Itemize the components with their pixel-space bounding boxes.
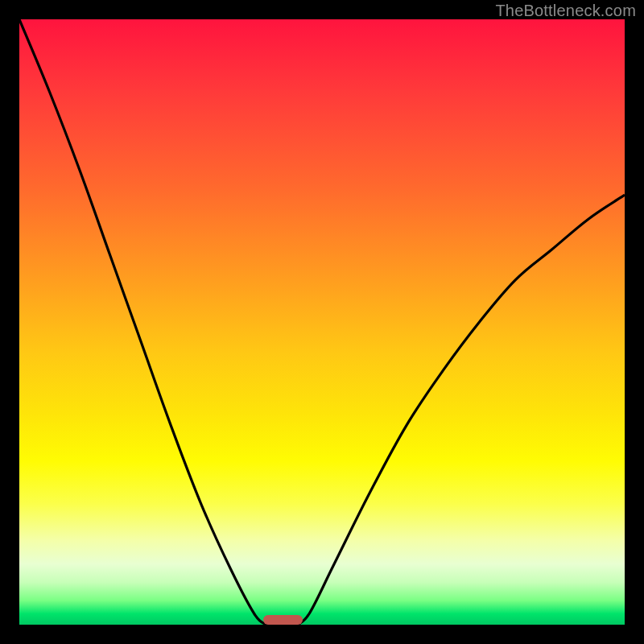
right-curve: [298, 195, 625, 625]
left-curve: [19, 19, 267, 625]
watermark-text: TheBottleneck.com: [495, 2, 636, 20]
curve-layer: [19, 19, 625, 625]
plot-area: [19, 19, 625, 625]
chart-frame: TheBottleneck.com: [0, 0, 644, 644]
optimal-marker: [263, 615, 303, 625]
